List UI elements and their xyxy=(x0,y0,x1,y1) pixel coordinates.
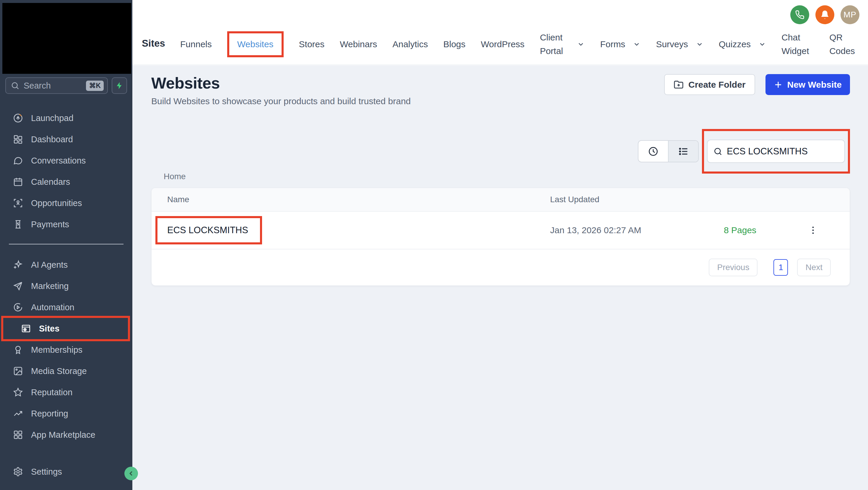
sidebar-item-label: Media Storage xyxy=(31,366,87,376)
quick-actions-button[interactable] xyxy=(112,77,127,94)
redacted-logo xyxy=(2,3,131,74)
recent-view-toggle[interactable] xyxy=(639,141,668,162)
sidebar-item-label: Conversations xyxy=(31,156,86,166)
sidebar-item-launchpad[interactable]: Launchpad xyxy=(0,107,132,129)
new-website-button[interactable]: New Website xyxy=(766,74,850,95)
sidebar-item-label: Sites xyxy=(39,324,59,333)
sidebar-item-reporting[interactable]: Reporting xyxy=(0,403,132,424)
chevron-down-icon xyxy=(696,40,704,48)
chevron-down-icon xyxy=(577,40,585,48)
tab-blogs[interactable]: Blogs xyxy=(443,39,466,49)
grid-icon xyxy=(13,430,23,440)
website-last-updated: Jan 13, 2026 02:27 AM xyxy=(550,225,724,235)
list-icon xyxy=(678,146,689,157)
phone-button[interactable] xyxy=(790,5,809,24)
table-row[interactable]: ECS LOCKSMITHS Jan 13, 2026 02:27 AM 8 P… xyxy=(152,211,850,250)
main-content: Websites Build Websites to showcase your… xyxy=(132,66,868,490)
tab-label: Quizzes xyxy=(719,39,751,49)
gear-icon xyxy=(13,467,23,477)
sidebar-item-calendars[interactable]: Calendars xyxy=(0,171,132,192)
list-view-toggle[interactable] xyxy=(669,141,698,162)
tab-chat-widget[interactable]: Chat Widget xyxy=(781,31,814,58)
sidebar-item-label: Reputation xyxy=(31,388,72,397)
tab-wordpress[interactable]: WordPress xyxy=(481,39,525,49)
avatar[interactable]: MP xyxy=(840,5,860,24)
chat-bubble-icon xyxy=(13,156,23,166)
sidebar-item-sites[interactable]: Sites xyxy=(0,318,132,339)
sidebar-item-dashboard[interactable]: Dashboard xyxy=(0,129,132,150)
sidebar-item-label: Launchpad xyxy=(31,113,73,123)
search-icon xyxy=(713,147,722,156)
tab-label: Surveys xyxy=(656,39,688,49)
row-menu-button[interactable] xyxy=(807,225,819,235)
page-subtitle: Build Websites to showcase your products… xyxy=(151,96,411,106)
sidebar-item-memberships[interactable]: Memberships xyxy=(0,339,132,360)
sparkle-icon xyxy=(13,260,23,270)
sidebar-item-label: Calendars xyxy=(31,177,70,187)
website-pages-link[interactable]: 8 Pages xyxy=(724,225,807,235)
sites-icon xyxy=(21,324,31,333)
sidebar-item-payments[interactable]: Payments xyxy=(0,214,132,235)
sidebar-divider xyxy=(9,244,123,244)
tab-client-portal[interactable]: Client Portal xyxy=(540,31,585,58)
create-folder-button[interactable]: Create Folder xyxy=(664,74,755,95)
sidebar-search-input[interactable]: Search ⌘K xyxy=(5,77,108,94)
sidebar-item-label: AI Agents xyxy=(31,260,68,270)
new-website-label: New Website xyxy=(787,80,842,90)
sidebar-item-settings[interactable]: Settings xyxy=(0,461,132,482)
notifications-button[interactable] xyxy=(815,5,834,24)
sidebar: Search ⌘K Launchpad Dashboard Convers xyxy=(0,0,132,490)
tab-funnels[interactable]: Funnels xyxy=(180,39,212,49)
table-header-row: Name Last Updated xyxy=(152,188,850,211)
header-nav: Funnels Websites Stores Webinars Analyti… xyxy=(180,21,868,68)
dashboard-icon xyxy=(13,134,23,144)
tab-quizzes[interactable]: Quizzes xyxy=(719,39,766,49)
annotation-box-search: ECS LOCKSMITHS xyxy=(702,129,850,173)
payments-icon xyxy=(13,219,23,229)
sidebar-item-label: Memberships xyxy=(31,345,83,355)
sidebar-item-media-storage[interactable]: Media Storage xyxy=(0,360,132,382)
websites-search-input[interactable]: ECS LOCKSMITHS xyxy=(707,140,845,163)
sidebar-item-conversations[interactable]: Conversations xyxy=(0,150,132,171)
tab-stores[interactable]: Stores xyxy=(299,39,325,49)
sidebar-item-opportunities[interactable]: Opportunities xyxy=(0,192,132,214)
search-icon xyxy=(11,81,20,90)
page-title: Websites xyxy=(151,74,411,92)
sidebar-collapse-button[interactable] xyxy=(124,467,138,480)
tab-websites[interactable]: Websites xyxy=(237,39,274,49)
tab-label: Client Portal xyxy=(540,31,569,58)
column-header-last-updated: Last Updated xyxy=(550,195,724,204)
annotation-box-websites: Websites xyxy=(227,31,284,57)
folder-plus-icon xyxy=(674,80,684,90)
chevron-down-icon xyxy=(758,40,766,48)
paper-plane-icon xyxy=(13,281,23,291)
phone-icon xyxy=(795,10,804,20)
pagination: Previous 1 Next xyxy=(152,250,850,286)
tab-surveys[interactable]: Surveys xyxy=(656,39,703,49)
automation-icon xyxy=(13,302,23,312)
sidebar-item-app-marketplace[interactable]: App Marketplace xyxy=(0,424,132,446)
sidebar-item-automation[interactable]: Automation xyxy=(0,297,132,318)
previous-page-button[interactable]: Previous xyxy=(709,259,757,276)
sidebar-item-label: Dashboard xyxy=(31,135,73,144)
page-number-button[interactable]: 1 xyxy=(773,259,788,276)
sidebar-item-ai-agents[interactable]: AI Agents xyxy=(0,254,132,275)
create-folder-label: Create Folder xyxy=(688,80,745,90)
website-name[interactable]: ECS LOCKSMITHS xyxy=(167,225,248,235)
section-title: Sites xyxy=(142,38,165,49)
tab-label: Chat Widget xyxy=(781,31,814,58)
sidebar-item-label: Payments xyxy=(31,220,69,229)
breadcrumb[interactable]: Home xyxy=(164,172,850,181)
chevron-down-icon xyxy=(633,40,641,48)
opportunities-icon xyxy=(13,198,23,208)
shortcut-badge: ⌘K xyxy=(86,80,104,91)
tab-forms[interactable]: Forms xyxy=(600,39,641,49)
tab-webinars[interactable]: Webinars xyxy=(340,39,377,49)
tab-analytics[interactable]: Analytics xyxy=(392,39,428,49)
view-toggle-group xyxy=(638,140,699,162)
lightning-icon xyxy=(115,81,123,90)
sidebar-item-marketing[interactable]: Marketing xyxy=(0,275,132,297)
sidebar-item-reputation[interactable]: Reputation xyxy=(0,382,132,403)
next-page-button[interactable]: Next xyxy=(797,259,831,276)
tab-qr-codes[interactable]: QR Codes xyxy=(829,31,859,58)
